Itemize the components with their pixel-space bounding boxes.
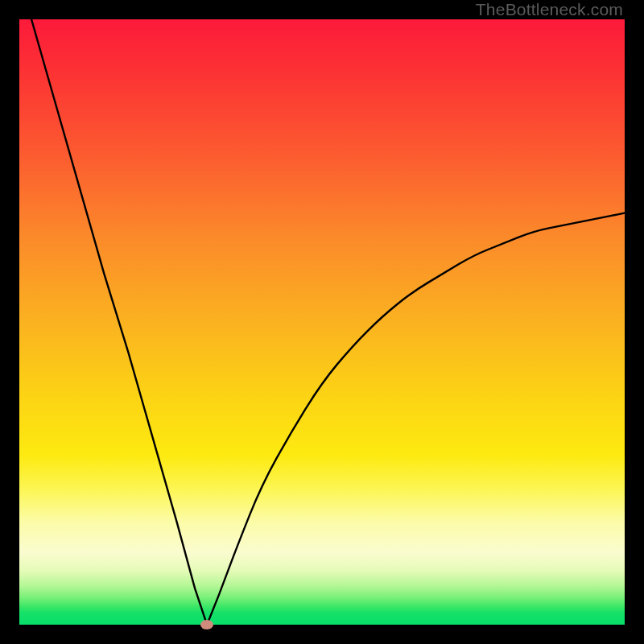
plot-area — [19, 19, 625, 625]
watermark-text: TheBottleneck.com — [476, 0, 623, 19]
minimum-marker — [200, 620, 213, 630]
bottleneck-curve — [19, 19, 625, 625]
chart-frame: TheBottleneck.com — [0, 0, 644, 644]
